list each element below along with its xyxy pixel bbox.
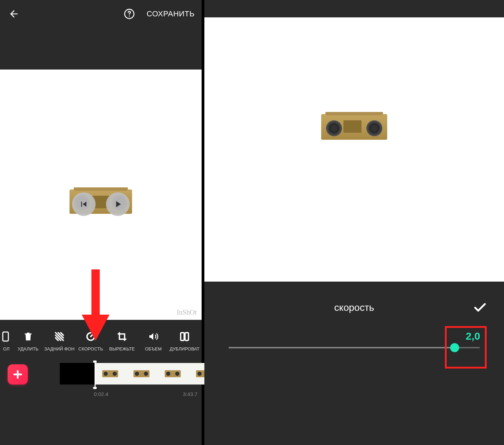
- playhead[interactable]: [95, 362, 96, 388]
- save-button[interactable]: СОХРАНИТЬ: [147, 9, 195, 18]
- speed-slider[interactable]: [229, 347, 480, 348]
- arrow-left-icon: [8, 8, 19, 19]
- watermark-label: InShOt: [177, 308, 197, 316]
- top-bar: СОХРАНИТЬ: [0, 0, 202, 28]
- speed-value: 2,0: [466, 330, 480, 342]
- speed-panel-header: скорость: [204, 292, 504, 323]
- tool-crop[interactable]: ВЫРЕЖЬТЕ: [106, 330, 138, 351]
- add-clip-button[interactable]: [8, 364, 28, 385]
- svg-marker-3: [82, 315, 109, 341]
- editor-main-screen: СОХРАНИТЬ InShOt: [0, 0, 202, 445]
- svg-rect-7: [185, 332, 188, 340]
- confirm-button[interactable]: [473, 300, 487, 315]
- help-button[interactable]: [122, 7, 136, 21]
- slider-thumb[interactable]: [450, 343, 459, 352]
- total-time: 3:43.7: [183, 391, 197, 397]
- precut-icon: [2, 331, 10, 342]
- svg-rect-4: [3, 332, 8, 341]
- svg-rect-2: [91, 269, 100, 318]
- preview-content-right: [321, 114, 387, 140]
- duplicate-icon: [179, 331, 190, 342]
- help-icon: [124, 8, 135, 19]
- back-button[interactable]: [7, 7, 21, 21]
- play-button[interactable]: [106, 192, 130, 216]
- volume-icon: [148, 331, 158, 342]
- skip-previous-button[interactable]: [72, 192, 96, 216]
- speed-slider-area: 2,0: [204, 323, 504, 348]
- tool-delete[interactable]: УДАЛИТЬ: [13, 330, 44, 351]
- crop-icon: [117, 331, 127, 342]
- speed-adjust-screen: скорость 2,0: [204, 0, 504, 445]
- play-icon: [113, 199, 123, 209]
- skip-previous-icon: [79, 199, 89, 209]
- timeline-frames: [95, 363, 220, 385]
- plus-icon: [13, 369, 23, 380]
- annotation-arrow-icon: [82, 269, 109, 342]
- timeline-strip[interactable]: [60, 363, 220, 385]
- tool-precut[interactable]: ОЛ: [0, 330, 13, 351]
- tool-background[interactable]: ЗАДНИЙ ФОН: [44, 330, 75, 351]
- video-preview-right[interactable]: [204, 17, 504, 282]
- timeline[interactable]: 0:02.4 3:43.7: [0, 362, 202, 403]
- trash-icon: [23, 331, 33, 342]
- playback-controls: [72, 192, 130, 216]
- svg-point-1: [129, 15, 130, 16]
- timeline-gap: [60, 363, 95, 385]
- current-time: 0:02.4: [94, 391, 108, 397]
- speed-title: скорость: [334, 302, 374, 313]
- check-icon: [473, 300, 487, 315]
- background-icon: [54, 331, 65, 342]
- svg-rect-6: [181, 332, 184, 340]
- tool-volume[interactable]: ОБЪЕМ: [138, 330, 169, 351]
- tool-duplicate[interactable]: ДУБЛИРОВАТ: [169, 330, 200, 351]
